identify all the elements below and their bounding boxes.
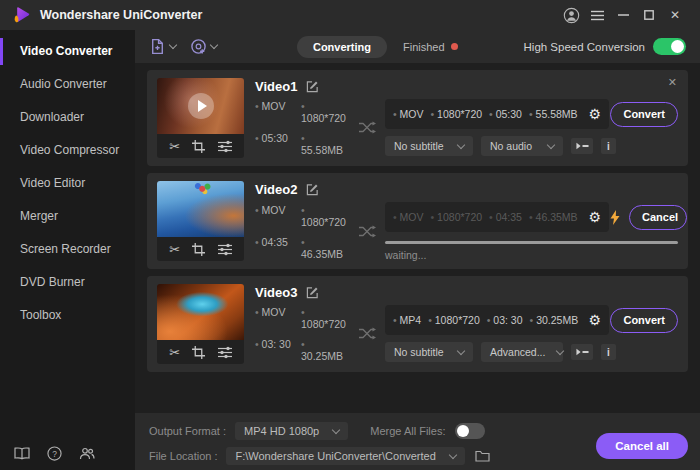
remove-task-icon[interactable]: ✕ [668, 77, 677, 88]
source-info: MOV1080*720 05:3055.58MB [255, 100, 349, 156]
sidebar-item-video-converter[interactable]: Video Converter [0, 35, 135, 68]
settings-gear-icon[interactable]: ⚙ [588, 107, 601, 121]
progress-bar [385, 241, 678, 244]
sidebar-item-video-compressor[interactable]: Video Compressor [0, 134, 135, 167]
thumbnail-toolbar: ✂ [157, 237, 244, 261]
maximize-icon[interactable] [636, 4, 662, 26]
sidebar-item-merger[interactable]: Merger [0, 200, 135, 233]
settings-gear-icon[interactable]: ⚙ [588, 313, 601, 327]
sidebar: Video Converter Audio Converter Download… [0, 30, 135, 470]
tab-finished[interactable]: Finished [403, 41, 458, 53]
file-location-label: File Location : [149, 450, 217, 462]
subtitle-select[interactable]: No subtitle [385, 342, 473, 362]
file-location-select[interactable]: F:\Wondershare UniConverter\Converted [226, 447, 464, 465]
sidebar-item-dvd-burner[interactable]: DVD Burner [0, 266, 135, 299]
task-tabs: Converting Finished [297, 36, 458, 58]
high-speed-bolt-icon [609, 210, 621, 225]
trim-icon[interactable]: ✂ [169, 140, 180, 153]
thumbnail-toolbar: ✂ [157, 134, 244, 158]
info-icon[interactable]: i [601, 344, 616, 360]
toolbar: Converting Finished High Speed Conversio… [135, 30, 700, 63]
source-info: MOV1080*720 03: 3030.25MB [255, 306, 349, 362]
uniconverter-window: Wondershare UniConverter ✕ Video Convert… [0, 0, 700, 470]
info-icon[interactable]: i [601, 138, 616, 154]
video3-thumbnail [157, 284, 244, 340]
app-title: Wondershare UniConverter [40, 8, 202, 22]
task-list: ✂ Video1 MOV1080*720 [135, 63, 700, 413]
effects-icon[interactable] [218, 243, 232, 256]
video-title: Video2 [255, 182, 297, 197]
add-from-device-button[interactable] [190, 38, 217, 55]
high-speed-toggle[interactable] [653, 38, 686, 55]
high-speed-label: High Speed Conversion [524, 41, 645, 53]
task-row-video3: ✂ Video3 MOV1080*720 [147, 276, 688, 372]
task-row-video2: ✂ Video2 MOV1080*720 [147, 173, 688, 269]
chevron-down-icon [169, 41, 177, 49]
add-files-button[interactable] [149, 38, 176, 55]
convert-button[interactable]: Convert [610, 308, 678, 333]
settings-gear-icon[interactable]: ⚙ [588, 210, 601, 224]
high-speed-conversion: High Speed Conversion [524, 38, 686, 55]
sidebar-item-downloader[interactable]: Downloader [0, 101, 135, 134]
rename-icon[interactable] [306, 183, 319, 196]
sidebar-item-toolbox[interactable]: Toolbox [0, 299, 135, 332]
play-icon[interactable] [188, 93, 214, 119]
content-area: Converting Finished High Speed Conversio… [135, 30, 700, 470]
sidebar-footer: ? [14, 446, 95, 461]
rename-icon[interactable] [306, 80, 319, 93]
output-format-label: Output Format : [149, 425, 226, 437]
target-format-box[interactable]: MP4 1080*720 03: 30 30.25MB ⚙ [385, 305, 609, 335]
convert-button[interactable]: Convert [610, 102, 678, 127]
open-folder-icon[interactable] [475, 450, 490, 462]
audio-select[interactable]: No audio [481, 136, 563, 156]
convert-arrow-icon [358, 327, 376, 340]
target-format-box[interactable]: MOV 1080*720 05:30 55.58MB ⚙ [385, 99, 609, 129]
merge-toggle[interactable] [455, 423, 485, 439]
thumbnail-block: ✂ [157, 78, 244, 158]
footer-bar: Output Format : MP4 HD 1080p Merge All F… [135, 413, 700, 470]
finished-badge [451, 43, 458, 50]
trim-icon[interactable]: ✂ [169, 243, 180, 256]
help-icon[interactable]: ? [47, 446, 62, 461]
community-icon[interactable] [79, 447, 95, 460]
cancel-button[interactable]: Cancel [629, 205, 687, 230]
thumbnail-block: ✂ [157, 284, 244, 364]
task-row-video1: ✂ Video1 MOV1080*720 [147, 70, 688, 166]
svg-text:?: ? [52, 449, 57, 459]
effects-icon[interactable] [218, 140, 232, 153]
subtitle-select[interactable]: No subtitle [385, 136, 473, 156]
merge-all-files-label: Merge All Files: [370, 425, 445, 437]
trim-icon[interactable]: ✂ [169, 346, 180, 359]
tab-converting[interactable]: Converting [297, 36, 387, 58]
thumbnail-block: ✂ [157, 181, 244, 261]
video-title: Video1 [255, 79, 297, 94]
app-logo-icon [12, 5, 32, 25]
subtitle-editor-icon[interactable] [571, 138, 593, 154]
close-icon[interactable]: ✕ [662, 4, 688, 26]
sidebar-item-video-editor[interactable]: Video Editor [0, 167, 135, 200]
sidebar-item-audio-converter[interactable]: Audio Converter [0, 68, 135, 101]
video1-thumbnail [157, 78, 244, 134]
convert-arrow-icon [358, 225, 376, 238]
crop-icon[interactable] [192, 243, 205, 256]
minimize-icon[interactable] [610, 4, 636, 26]
crop-icon[interactable] [192, 140, 205, 153]
chevron-down-icon [210, 41, 218, 49]
video2-thumbnail [157, 181, 244, 237]
subtitle-editor-icon[interactable] [571, 344, 593, 360]
audio-select[interactable]: Advanced... [481, 342, 563, 362]
status-text: waiting... [385, 249, 678, 261]
video-title: Video3 [255, 285, 297, 300]
account-avatar-icon[interactable] [558, 4, 584, 26]
target-format-box[interactable]: MOV 1080*720 04:35 46.35MB ⚙ [385, 202, 609, 232]
user-guide-icon[interactable] [14, 447, 30, 460]
menu-icon[interactable] [584, 4, 610, 26]
convert-arrow-icon [358, 121, 376, 134]
sidebar-item-screen-recorder[interactable]: Screen Recorder [0, 233, 135, 266]
rename-icon[interactable] [306, 286, 319, 299]
effects-icon[interactable] [218, 346, 232, 359]
crop-icon[interactable] [192, 346, 205, 359]
cancel-all-button[interactable]: Cancel all [596, 433, 688, 459]
title-bar: Wondershare UniConverter ✕ [0, 0, 700, 30]
output-format-select[interactable]: MP4 HD 1080p [235, 422, 348, 440]
